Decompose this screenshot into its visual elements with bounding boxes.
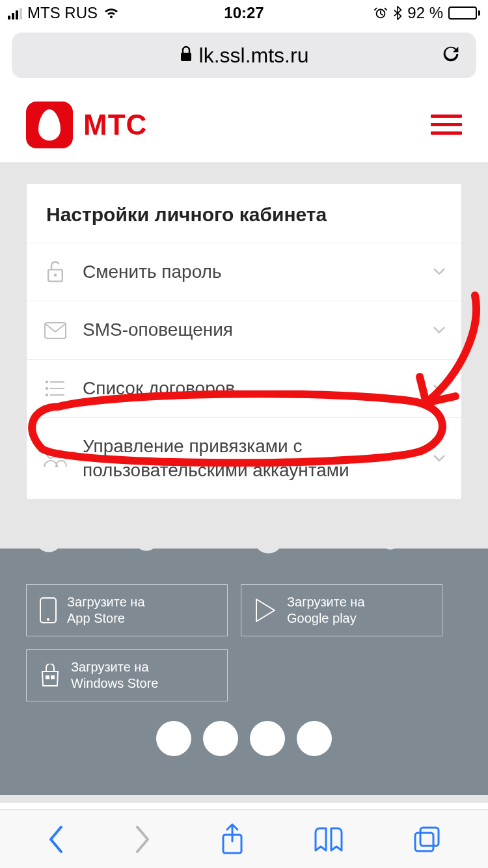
svg-point-3 (54, 274, 57, 277)
menu-item-contract-list[interactable]: Список договоров (27, 359, 461, 417)
lock-open-icon (42, 260, 68, 284)
safari-addressbar[interactable]: lk.ssl.mts.ru (12, 33, 476, 78)
social-icon[interactable] (297, 721, 332, 756)
chevron-down-icon (433, 266, 446, 278)
svg-point-9 (46, 394, 47, 396)
menu-item-user-account-links[interactable]: Управление привязками с пользовательским… (27, 417, 461, 499)
svg-point-14 (47, 618, 49, 621)
mts-egg-icon (26, 102, 73, 148)
back-button[interactable] (47, 824, 65, 854)
bookmarks-button[interactable] (313, 826, 344, 853)
users-icon (42, 449, 68, 468)
share-button[interactable] (219, 823, 245, 856)
menu-label: Управление привязками с пользовательским… (83, 435, 418, 482)
mts-header: МТС (0, 87, 488, 163)
appstore-badge[interactable]: Загрузите на App Store (26, 584, 228, 636)
download-prefix: Загрузите на (71, 659, 159, 675)
menu-label: SMS-оповещения (83, 318, 418, 342)
battery-icon (448, 7, 480, 20)
svg-point-12 (57, 452, 63, 458)
store-name: Google play (287, 610, 365, 627)
svg-rect-16 (51, 675, 55, 679)
list-icon (42, 379, 68, 398)
download-prefix: Загрузите на (67, 594, 145, 610)
social-icon[interactable] (250, 721, 285, 756)
envelope-icon (42, 322, 68, 339)
svg-rect-1 (181, 53, 191, 61)
battery-pct-label: 92 % (407, 4, 443, 22)
lock-icon (180, 44, 193, 68)
svg-point-5 (46, 381, 47, 383)
chevron-down-icon (433, 453, 446, 465)
wifi-icon (103, 7, 120, 20)
store-name: App Store (67, 610, 145, 627)
reload-button[interactable] (440, 42, 462, 69)
svg-rect-4 (45, 323, 66, 338)
social-row (26, 721, 462, 756)
carrier-label: MTS RUS (27, 4, 98, 22)
signal-icon (8, 7, 22, 20)
svg-rect-18 (415, 833, 433, 851)
social-icon[interactable] (203, 721, 238, 756)
social-icon[interactable] (156, 721, 191, 756)
chevron-down-icon (433, 383, 446, 394)
mts-logo[interactable]: МТС (26, 102, 147, 148)
footer: Загрузите на App Store Загрузите на Goog… (0, 558, 488, 795)
menu-item-sms-notifications[interactable]: SMS-оповещения (27, 301, 461, 359)
play-icon (254, 598, 277, 623)
store-name: Windows Store (71, 675, 159, 692)
menu-label: Сменить пароль (83, 260, 418, 284)
safari-toolbar (0, 809, 488, 868)
mts-brand-text: МТС (83, 109, 147, 141)
bluetooth-icon (393, 6, 402, 20)
menu-item-change-password[interactable]: Сменить пароль (27, 243, 461, 301)
googleplay-badge[interactable]: Загрузите на Google play (241, 584, 442, 636)
svg-rect-15 (46, 675, 49, 679)
footer-wave (0, 539, 488, 558)
clock-label: 10:27 (224, 4, 264, 22)
ios-statusbar: MTS RUS 10:27 92 % (0, 0, 488, 26)
forward-button[interactable] (133, 824, 152, 854)
windowsstore-badge[interactable]: Загрузите на Windows Store (26, 649, 228, 701)
menu-label: Список договоров (83, 377, 418, 400)
download-prefix: Загрузите на (287, 594, 365, 610)
svg-point-7 (46, 388, 47, 389)
chevron-down-icon (433, 325, 446, 336)
safari-addressbar-container: lk.ssl.mts.ru (0, 26, 488, 87)
address-host: lk.ssl.mts.ru (199, 44, 309, 68)
phone-icon (40, 597, 57, 623)
svg-rect-19 (420, 828, 439, 846)
settings-card-title: Настройки личного кабинета (27, 184, 461, 243)
page-body: МТС Настройки личного кабинета Сменить п… (0, 87, 488, 803)
svg-point-11 (47, 452, 54, 458)
bag-icon (40, 664, 61, 687)
menu-button[interactable] (431, 115, 462, 135)
tabs-button[interactable] (413, 825, 441, 854)
settings-card: Настройки личного кабинета Сменить парол… (26, 183, 462, 500)
alarm-icon (373, 6, 388, 20)
